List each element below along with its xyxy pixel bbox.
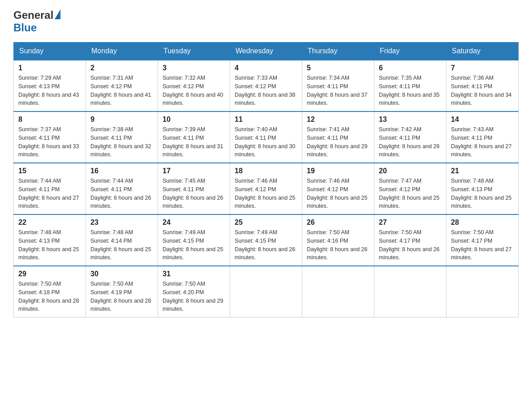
daylight-label: Daylight: 8 hours and 27 minutes. [451, 246, 512, 261]
daylight-label: Daylight: 8 hours and 27 minutes. [18, 195, 79, 210]
day-info: Sunrise: 7:48 AM Sunset: 4:13 PM Dayligh… [451, 177, 514, 210]
calendar-cell: 7 Sunrise: 7:36 AM Sunset: 4:11 PM Dayli… [446, 60, 519, 111]
sunset-label: Sunset: 4:11 PM [451, 83, 492, 90]
sunrise-label: Sunrise: 7:49 AM [163, 229, 205, 235]
day-number: 24 [163, 218, 225, 227]
daylight-label: Daylight: 8 hours and 25 minutes. [90, 246, 151, 261]
calendar-cell: 22 Sunrise: 7:48 AM Sunset: 4:13 PM Dayl… [14, 214, 86, 266]
sunset-label: Sunset: 4:12 PM [235, 83, 276, 90]
day-info: Sunrise: 7:50 AM Sunset: 4:17 PM Dayligh… [451, 228, 514, 262]
calendar-cell: 10 Sunrise: 7:39 AM Sunset: 4:11 PM Dayl… [158, 111, 230, 163]
sunset-label: Sunset: 4:11 PM [18, 135, 60, 141]
day-info: Sunrise: 7:50 AM Sunset: 4:17 PM Dayligh… [379, 228, 442, 262]
day-info: Sunrise: 7:38 AM Sunset: 4:11 PM Dayligh… [90, 125, 153, 159]
day-info: Sunrise: 7:42 AM Sunset: 4:11 PM Dayligh… [379, 125, 442, 159]
day-number: 15 [18, 167, 81, 175]
day-number: 25 [235, 218, 297, 227]
calendar-week-row: 22 Sunrise: 7:48 AM Sunset: 4:13 PM Dayl… [14, 214, 519, 266]
calendar-cell: 15 Sunrise: 7:44 AM Sunset: 4:11 PM Dayl… [14, 163, 86, 214]
sunrise-label: Sunrise: 7:43 AM [451, 126, 493, 133]
day-info: Sunrise: 7:34 AM Sunset: 4:11 PM Dayligh… [307, 74, 369, 107]
sunrise-label: Sunrise: 7:48 AM [90, 229, 133, 235]
day-info: Sunrise: 7:50 AM Sunset: 4:20 PM Dayligh… [163, 280, 225, 313]
calendar-cell: 24 Sunrise: 7:49 AM Sunset: 4:15 PM Dayl… [158, 214, 230, 266]
calendar-cell: 9 Sunrise: 7:38 AM Sunset: 4:11 PM Dayli… [86, 111, 158, 163]
calendar-cell: 16 Sunrise: 7:44 AM Sunset: 4:11 PM Dayl… [86, 163, 158, 214]
sunset-label: Sunset: 4:12 PM [307, 186, 348, 193]
calendar-cell: 17 Sunrise: 7:45 AM Sunset: 4:11 PM Dayl… [158, 163, 230, 214]
daylight-label: Daylight: 8 hours and 28 minutes. [18, 298, 79, 313]
sunset-label: Sunset: 4:12 PM [90, 83, 132, 90]
sunrise-label: Sunrise: 7:50 AM [451, 229, 493, 235]
sunset-label: Sunset: 4:15 PM [235, 238, 276, 244]
sunrise-label: Sunrise: 7:42 AM [379, 126, 421, 133]
calendar-cell: 27 Sunrise: 7:50 AM Sunset: 4:17 PM Dayl… [374, 214, 446, 266]
day-number: 4 [235, 64, 297, 72]
daylight-label: Daylight: 8 hours and 38 minutes. [235, 92, 296, 107]
sunrise-label: Sunrise: 7:50 AM [307, 229, 349, 235]
day-number: 6 [379, 64, 442, 72]
day-number: 21 [451, 167, 514, 175]
day-header-sunday: Sunday [14, 43, 86, 60]
day-info: Sunrise: 7:32 AM Sunset: 4:12 PM Dayligh… [163, 74, 225, 107]
day-number: 22 [18, 218, 81, 227]
sunrise-label: Sunrise: 7:48 AM [18, 229, 61, 235]
day-info: Sunrise: 7:39 AM Sunset: 4:11 PM Dayligh… [163, 125, 225, 159]
calendar-cell: 18 Sunrise: 7:46 AM Sunset: 4:12 PM Dayl… [230, 163, 302, 214]
sunset-label: Sunset: 4:11 PM [307, 135, 348, 141]
calendar-cell: 3 Sunrise: 7:32 AM Sunset: 4:12 PM Dayli… [158, 60, 230, 111]
day-number: 18 [235, 167, 297, 175]
daylight-label: Daylight: 8 hours and 31 minutes. [163, 143, 223, 158]
calendar-header-row: SundayMondayTuesdayWednesdayThursdayFrid… [14, 43, 519, 60]
day-info: Sunrise: 7:33 AM Sunset: 4:12 PM Dayligh… [235, 74, 297, 107]
day-info: Sunrise: 7:50 AM Sunset: 4:16 PM Dayligh… [307, 228, 369, 262]
day-info: Sunrise: 7:29 AM Sunset: 4:13 PM Dayligh… [18, 74, 81, 107]
day-info: Sunrise: 7:47 AM Sunset: 4:12 PM Dayligh… [379, 177, 442, 210]
calendar-cell: 5 Sunrise: 7:34 AM Sunset: 4:11 PM Dayli… [302, 60, 374, 111]
sunrise-label: Sunrise: 7:40 AM [235, 126, 277, 133]
day-header-thursday: Thursday [302, 43, 374, 60]
daylight-label: Daylight: 8 hours and 32 minutes. [90, 143, 151, 158]
day-info: Sunrise: 7:44 AM Sunset: 4:11 PM Dayligh… [90, 177, 153, 210]
calendar-cell: 6 Sunrise: 7:35 AM Sunset: 4:11 PM Dayli… [374, 60, 446, 111]
daylight-label: Daylight: 8 hours and 27 minutes. [451, 143, 512, 158]
day-info: Sunrise: 7:35 AM Sunset: 4:11 PM Dayligh… [379, 74, 442, 107]
day-number: 27 [379, 218, 442, 227]
calendar-cell: 8 Sunrise: 7:37 AM Sunset: 4:11 PM Dayli… [14, 111, 86, 163]
sunset-label: Sunset: 4:20 PM [163, 289, 204, 295]
sunset-label: Sunset: 4:12 PM [379, 186, 420, 193]
day-number: 3 [163, 64, 225, 72]
day-number: 7 [451, 64, 514, 72]
sunrise-label: Sunrise: 7:41 AM [307, 126, 349, 133]
day-number: 9 [90, 116, 153, 124]
sunrise-label: Sunrise: 7:50 AM [379, 229, 421, 235]
daylight-label: Daylight: 8 hours and 25 minutes. [307, 195, 368, 210]
sunrise-label: Sunrise: 7:50 AM [163, 281, 205, 287]
daylight-label: Daylight: 8 hours and 35 minutes. [379, 92, 440, 107]
day-header-wednesday: Wednesday [230, 43, 302, 60]
sunrise-label: Sunrise: 7:44 AM [18, 178, 61, 184]
calendar-cell: 26 Sunrise: 7:50 AM Sunset: 4:16 PM Dayl… [302, 214, 374, 266]
daylight-label: Daylight: 8 hours and 37 minutes. [307, 92, 368, 107]
logo-general-text: General [13, 9, 53, 21]
sunrise-label: Sunrise: 7:36 AM [451, 75, 493, 81]
day-number: 17 [163, 167, 225, 175]
sunset-label: Sunset: 4:13 PM [18, 238, 60, 244]
day-number: 19 [307, 167, 369, 175]
sunrise-label: Sunrise: 7:44 AM [90, 178, 133, 184]
day-header-friday: Friday [374, 43, 446, 60]
daylight-label: Daylight: 8 hours and 25 minutes. [379, 195, 440, 210]
sunrise-label: Sunrise: 7:39 AM [163, 126, 205, 133]
calendar-cell: 25 Sunrise: 7:49 AM Sunset: 4:15 PM Dayl… [230, 214, 302, 266]
daylight-label: Daylight: 8 hours and 28 minutes. [90, 298, 151, 313]
calendar-cell: 23 Sunrise: 7:48 AM Sunset: 4:14 PM Dayl… [86, 214, 158, 266]
sunset-label: Sunset: 4:19 PM [90, 289, 132, 295]
day-number: 23 [90, 218, 153, 227]
daylight-label: Daylight: 8 hours and 43 minutes. [18, 92, 79, 107]
sunset-label: Sunset: 4:15 PM [163, 238, 204, 244]
sunset-label: Sunset: 4:11 PM [379, 83, 420, 90]
daylight-label: Daylight: 8 hours and 34 minutes. [451, 92, 512, 107]
day-number: 31 [163, 270, 225, 278]
daylight-label: Daylight: 8 hours and 25 minutes. [18, 246, 79, 261]
day-info: Sunrise: 7:46 AM Sunset: 4:12 PM Dayligh… [235, 177, 297, 210]
